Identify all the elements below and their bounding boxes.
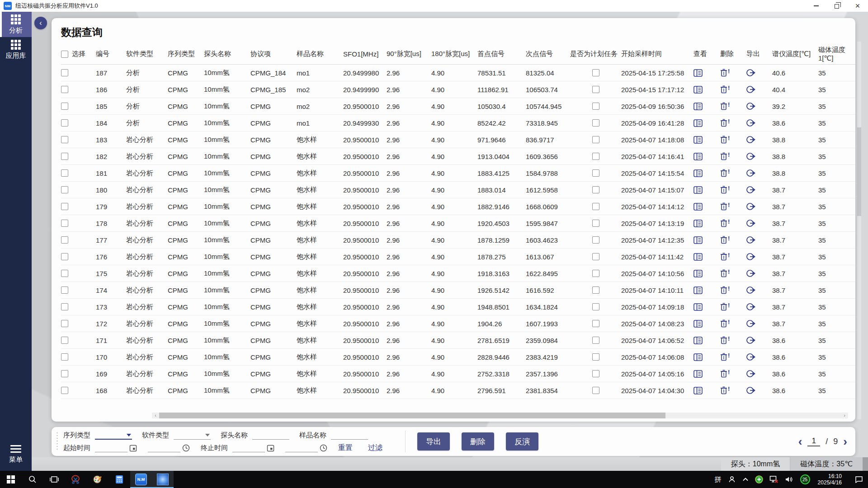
sequence-type-select[interactable]	[95, 431, 132, 440]
export-row-button[interactable]	[746, 319, 772, 328]
delete-row-button[interactable]: !	[720, 136, 746, 144]
sample-name-input[interactable]	[331, 431, 368, 440]
view-button[interactable]	[693, 86, 720, 94]
row-select-checkbox[interactable]	[61, 286, 68, 294]
row-select-checkbox[interactable]	[61, 253, 68, 260]
delete-row-button[interactable]: !	[720, 319, 746, 328]
scroll-left-arrow[interactable]: ‹	[152, 413, 159, 418]
export-row-button[interactable]	[746, 102, 772, 110]
clock-icon[interactable]	[182, 444, 190, 452]
view-button[interactable]	[693, 186, 720, 194]
tray-expand-chevron[interactable]	[739, 477, 752, 482]
taskbar-clock[interactable]: 16:10 2025/4/16	[813, 473, 846, 486]
delete-row-button[interactable]: !	[720, 386, 746, 394]
export-row-button[interactable]	[746, 353, 772, 361]
view-button[interactable]	[693, 270, 720, 277]
delete-row-button[interactable]: !	[720, 219, 746, 227]
next-page-button[interactable]: ›	[843, 436, 847, 447]
filter-button[interactable]: 过滤	[368, 443, 382, 453]
scheduled-task-checkbox[interactable]	[592, 353, 599, 361]
delete-row-button[interactable]: !	[720, 152, 746, 160]
export-row-button[interactable]	[746, 202, 772, 211]
delete-row-button[interactable]: !	[720, 269, 746, 277]
delete-row-button[interactable]: !	[720, 69, 746, 77]
scheduled-task-checkbox[interactable]	[592, 320, 599, 327]
calendar-icon[interactable]	[129, 444, 137, 452]
view-button[interactable]	[693, 370, 720, 378]
row-select-checkbox[interactable]	[61, 270, 68, 277]
scheduled-task-checkbox[interactable]	[592, 337, 599, 344]
export-row-button[interactable]	[746, 269, 772, 277]
scheduled-task-checkbox[interactable]	[592, 203, 599, 210]
start-date-input[interactable]	[95, 443, 127, 452]
export-row-button[interactable]	[746, 119, 772, 127]
row-select-checkbox[interactable]	[61, 320, 68, 327]
view-button[interactable]	[693, 320, 720, 328]
calendar-icon[interactable]	[267, 444, 274, 452]
export-row-button[interactable]	[746, 370, 772, 378]
scheduled-task-checkbox[interactable]	[592, 370, 599, 377]
software-type-select[interactable]	[174, 431, 211, 440]
row-select-checkbox[interactable]	[61, 236, 68, 244]
view-button[interactable]	[693, 153, 720, 160]
export-row-button[interactable]	[746, 169, 772, 177]
scheduled-task-checkbox[interactable]	[592, 69, 599, 76]
export-row-button[interactable]	[746, 69, 772, 77]
row-select-checkbox[interactable]	[61, 103, 68, 110]
scheduled-task-checkbox[interactable]	[592, 236, 599, 244]
row-select-checkbox[interactable]	[61, 86, 68, 93]
paint-button[interactable]	[87, 471, 108, 488]
scheduled-task-checkbox[interactable]	[592, 286, 599, 294]
row-select-checkbox[interactable]	[61, 387, 68, 394]
scheduled-task-checkbox[interactable]	[592, 169, 599, 177]
view-button[interactable]	[693, 103, 720, 110]
taskbar-app-nm[interactable]: N.M	[130, 471, 152, 488]
delete-row-button[interactable]: !	[720, 236, 746, 244]
scheduled-task-checkbox[interactable]	[592, 270, 599, 277]
view-button[interactable]	[693, 69, 720, 77]
horizontal-scrollbar[interactable]: ‹ ›	[152, 413, 848, 418]
view-button[interactable]	[693, 286, 720, 294]
delete-row-button[interactable]: !	[720, 85, 746, 94]
scroll-right-arrow[interactable]: ›	[841, 413, 848, 418]
current-page-input[interactable]: 1	[807, 436, 820, 446]
delete-row-button[interactable]: !	[720, 370, 746, 378]
action-center-button[interactable]	[850, 476, 868, 483]
scheduled-task-checkbox[interactable]	[592, 220, 599, 227]
view-button[interactable]	[693, 136, 720, 144]
select-all-checkbox[interactable]	[61, 51, 68, 58]
export-row-button[interactable]	[746, 336, 772, 344]
view-button[interactable]	[693, 353, 720, 361]
volume-icon[interactable]	[782, 475, 797, 483]
export-row-button[interactable]	[746, 286, 772, 294]
scheduled-task-checkbox[interactable]	[592, 153, 599, 160]
start-button[interactable]	[0, 471, 22, 488]
reset-button[interactable]: 重置	[338, 443, 353, 453]
delete-row-button[interactable]: !	[720, 286, 746, 294]
restore-button[interactable]	[826, 0, 847, 12]
delete-row-button[interactable]: !	[720, 336, 746, 344]
scheduled-task-checkbox[interactable]	[592, 186, 599, 193]
close-button[interactable]: ×	[847, 0, 868, 12]
scheduled-task-checkbox[interactable]	[592, 253, 599, 260]
ime-indicator[interactable]: 拼	[712, 475, 725, 484]
scheduled-task-checkbox[interactable]	[592, 103, 599, 110]
sidebar-collapse-button[interactable]: ‹	[34, 17, 47, 29]
view-button[interactable]	[693, 303, 720, 311]
scheduled-task-checkbox[interactable]	[592, 387, 599, 394]
view-button[interactable]	[693, 253, 720, 261]
vertical-scroll-thumb[interactable]	[857, 127, 861, 216]
row-select-checkbox[interactable]	[61, 220, 68, 227]
sidebar-item-app-library[interactable]: 应用库	[0, 37, 32, 62]
probe-name-input[interactable]	[252, 431, 289, 440]
antivirus-icon[interactable]	[752, 475, 766, 483]
row-select-checkbox[interactable]	[61, 353, 68, 361]
export-row-button[interactable]	[746, 219, 772, 227]
delete-row-button[interactable]: !	[720, 186, 746, 194]
delete-row-button[interactable]: !	[720, 202, 746, 211]
start-clock-input[interactable]	[148, 443, 180, 452]
view-button[interactable]	[693, 169, 720, 177]
row-select-checkbox[interactable]	[61, 370, 68, 377]
end-date-input[interactable]	[232, 443, 265, 452]
sidebar-menu-button[interactable]: 菜单	[0, 442, 32, 467]
